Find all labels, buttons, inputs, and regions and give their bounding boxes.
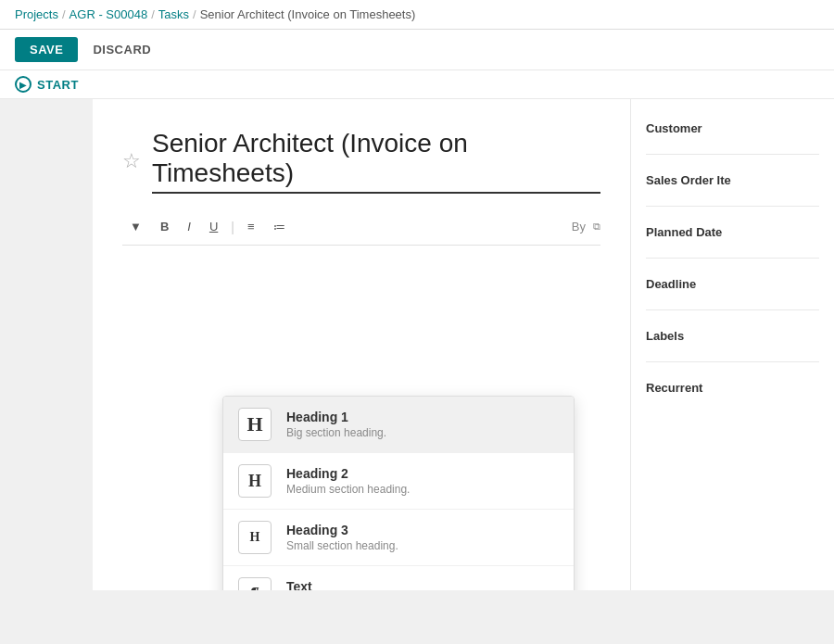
by-label: By	[572, 220, 586, 234]
heading1-title: Heading 1	[286, 410, 386, 424]
divider-4	[646, 309, 819, 310]
heading3-desc: Small section heading.	[286, 539, 398, 552]
text-group: Text Paragraph block.	[286, 579, 371, 590]
menu-item-text[interactable]: ¶ Text Paragraph block.	[223, 566, 574, 590]
divider-1	[646, 154, 819, 155]
editor-toolbar: ▼ B I U | ≡ ≔ By ⧉	[122, 216, 600, 246]
heading1-desc: Big section heading.	[286, 426, 386, 439]
external-link-icon[interactable]: ⧉	[593, 221, 600, 233]
field-customer: Customer	[646, 121, 819, 135]
heading1-icon: H	[238, 408, 272, 441]
left-panel: ☆ Senior Architect (Invoice on Timesheet…	[93, 99, 630, 590]
toolbar-underline[interactable]: U	[202, 216, 225, 237]
divider-2	[646, 206, 819, 207]
title-area: ☆ Senior Architect (Invoice on Timesheet…	[122, 129, 600, 194]
menu-item-heading3[interactable]: H Heading 3 Small section heading.	[223, 510, 574, 566]
top-bar: Projects / AGR - S00048 / Tasks / Senior…	[0, 0, 834, 30]
text-title: Text	[286, 579, 371, 590]
page-title: Senior Architect (Invoice on Timesheets)	[152, 129, 600, 194]
sales-order-label: Sales Order Ite	[646, 173, 819, 187]
menu-item-heading2[interactable]: H Heading 2 Medium section heading.	[223, 453, 574, 510]
heading2-text: Heading 2 Medium section heading.	[286, 466, 410, 496]
heading3-title: Heading 3	[286, 523, 398, 537]
action-bar: SAVE DISCARD	[0, 30, 834, 70]
breadcrumb-projects[interactable]: Projects	[15, 7, 58, 21]
menu-item-heading1[interactable]: H Heading 1 Big section heading.	[223, 397, 574, 453]
heading2-icon: H	[238, 464, 272, 498]
labels-label: Labels	[646, 329, 819, 343]
heading1-text: Heading 1 Big section heading.	[286, 410, 386, 439]
field-labels: Labels	[646, 329, 819, 343]
format-dropdown: H Heading 1 Big section heading. H Headi…	[222, 396, 575, 590]
star-icon[interactable]: ☆	[122, 149, 141, 173]
start-bar: ▶ START	[0, 70, 834, 99]
breadcrumb-tasks[interactable]: Tasks	[158, 7, 189, 21]
field-deadline: Deadline	[646, 277, 819, 291]
toolbar-list[interactable]: ≔	[266, 216, 293, 237]
toolbar-bold[interactable]: B	[153, 216, 176, 237]
toolbar-align[interactable]: ≡	[240, 216, 262, 237]
breadcrumb-agr[interactable]: AGR - S00048	[70, 7, 148, 21]
main-content: ☆ Senior Architect (Invoice on Timesheet…	[0, 99, 834, 590]
recurrent-label: Recurrent	[646, 381, 819, 395]
heading3-icon: H	[238, 521, 272, 554]
start-icon: ▶	[15, 76, 32, 93]
divider-5	[646, 361, 819, 362]
breadcrumb: Projects / AGR - S00048 / Tasks / Senior…	[15, 7, 819, 21]
customer-label: Customer	[646, 121, 819, 135]
heading2-title: Heading 2	[286, 466, 410, 481]
deadline-label: Deadline	[646, 277, 819, 291]
planned-date-label: Planned Date	[646, 225, 819, 239]
field-planned-date: Planned Date	[646, 225, 819, 239]
divider-3	[646, 258, 819, 259]
start-button[interactable]: START	[37, 78, 79, 92]
text-icon: ¶	[238, 577, 272, 590]
discard-button[interactable]: DISCARD	[85, 37, 158, 62]
save-button[interactable]: SAVE	[15, 37, 78, 62]
field-recurrent: Recurrent	[646, 381, 819, 395]
heading2-desc: Medium section heading.	[286, 483, 410, 496]
toolbar-italic[interactable]: I	[180, 216, 198, 237]
field-sales-order: Sales Order Ite	[646, 173, 819, 187]
breadcrumb-current: Senior Architect (Invoice on Timesheets)	[200, 7, 416, 21]
heading3-text: Heading 3 Small section heading.	[286, 523, 398, 552]
toolbar-format[interactable]: ▼	[122, 216, 149, 237]
right-sidebar: Customer Sales Order Ite Planned Date De…	[630, 99, 834, 590]
